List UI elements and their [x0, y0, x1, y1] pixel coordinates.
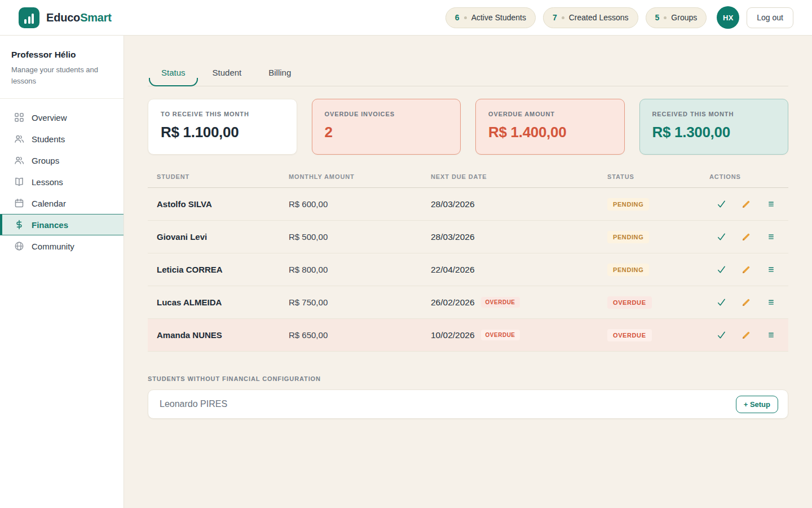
- actions-cell: [700, 326, 788, 345]
- due-overdue-badge: OVERDUE: [481, 297, 520, 308]
- stat-card-label: OVERDUE INVOICES: [325, 111, 448, 117]
- status-badge: PENDING: [607, 231, 649, 243]
- pill-count: 5: [655, 13, 660, 22]
- table-row: Lucas ALMEIDA R$ 750,00 26/02/2026 OVERD…: [148, 286, 788, 319]
- finance-table: STUDENT MONTHLY AMOUNT NEXT DUE DATE STA…: [148, 173, 788, 352]
- check-icon: [717, 297, 726, 307]
- dollar-icon: [14, 220, 24, 230]
- row-menu-button[interactable]: [761, 227, 780, 247]
- due-overdue-badge: OVERDUE: [481, 330, 520, 340]
- sidebar-item-community[interactable]: Community: [0, 235, 123, 257]
- due-date: 28/03/2026: [431, 232, 475, 242]
- menu-icon: [767, 298, 775, 306]
- pill-count: 7: [553, 13, 557, 22]
- check-icon: [717, 330, 726, 340]
- sidebar-item-students[interactable]: Students: [0, 128, 123, 150]
- status-cell: PENDING: [598, 198, 700, 211]
- stat-card: OVERDUE INVOICES 2: [312, 99, 461, 155]
- mark-paid-button[interactable]: [712, 195, 731, 214]
- edit-button[interactable]: [736, 326, 756, 345]
- pill-count: 6: [455, 13, 460, 22]
- status-cell: PENDING: [598, 264, 700, 276]
- stat-card-label: RECEIVED THIS MONTH: [652, 111, 776, 117]
- menu-icon: [767, 265, 775, 274]
- sidebar: Professor Hélio Manage your students and…: [0, 36, 124, 508]
- sidebar-item-groups[interactable]: Groups: [0, 150, 123, 171]
- due-date: 26/02/2026: [431, 297, 475, 308]
- sidebar-item-label: Finances: [32, 220, 68, 230]
- table-row: Amanda NUNES R$ 650,00 10/02/2026 OVERDU…: [148, 319, 788, 352]
- logout-button[interactable]: Log out: [747, 7, 793, 28]
- monthly-amount: R$ 750,00: [280, 297, 422, 307]
- edit-button[interactable]: [736, 195, 756, 214]
- next-due-date-cell: 26/02/2026 OVERDUE: [422, 297, 598, 308]
- col-header-monthly-amount: MONTHLY AMOUNT: [280, 173, 422, 180]
- tab-student[interactable]: Student: [199, 68, 255, 86]
- profile-section: Professor Hélio Manage your students and…: [0, 36, 123, 99]
- next-due-date-cell: 28/03/2026: [422, 199, 598, 209]
- dot-separator-icon: [664, 16, 667, 19]
- stat-card-label: TO RECEIVE THIS MONTH: [161, 111, 284, 117]
- sidebar-item-calendar[interactable]: Calendar: [0, 192, 123, 214]
- status-badge: OVERDUE: [607, 329, 652, 341]
- actions-cell: [700, 293, 788, 312]
- groups-icon: [14, 155, 24, 165]
- stat-card-value: R$ 1.300,00: [652, 124, 776, 141]
- table-header-row: STUDENT MONTHLY AMOUNT NEXT DUE DATE STA…: [148, 173, 788, 188]
- monthly-amount: R$ 600,00: [280, 199, 422, 209]
- pill-label: Created Lessons: [569, 13, 629, 22]
- unconfigured-section-label: STUDENTS WITHOUT FINANCIAL CONFIGURATION: [148, 375, 788, 382]
- sidebar-item-label: Overview: [32, 113, 67, 122]
- stat-card-value: 2: [325, 124, 448, 141]
- sidebar-item-label: Groups: [32, 156, 59, 165]
- profile-subtitle: Manage your students and lessons: [11, 64, 108, 87]
- student-name: Giovani Levi: [148, 232, 280, 242]
- tab-billing[interactable]: Billing: [255, 68, 304, 86]
- col-header-status: STATUS: [598, 173, 700, 180]
- mark-paid-button[interactable]: [712, 260, 731, 279]
- stat-card-label: OVERDUE AMOUNT: [488, 111, 612, 117]
- status-cell: OVERDUE: [598, 296, 700, 309]
- row-menu-button[interactable]: [761, 293, 780, 312]
- mark-paid-button[interactable]: [712, 293, 731, 312]
- stat-card: OVERDUE AMOUNT R$ 1.400,00: [475, 99, 625, 155]
- grid-icon: [14, 112, 24, 122]
- pencil-icon: [742, 233, 751, 242]
- sidebar-item-lessons[interactable]: Lessons: [0, 171, 123, 192]
- calendar-icon: [14, 198, 24, 208]
- sidebar-item-finances[interactable]: Finances: [0, 214, 123, 235]
- setup-button[interactable]: + Setup: [736, 396, 778, 413]
- monthly-amount: R$ 800,00: [280, 265, 422, 274]
- globe-icon: [14, 241, 24, 251]
- table-row: Astolfo SILVA R$ 600,00 28/03/2026 PENDI…: [148, 188, 788, 221]
- avatar[interactable]: HX: [717, 6, 739, 29]
- unconfigured-list: Leonardo PIRES + Setup: [148, 389, 788, 419]
- tab-status[interactable]: Status: [148, 68, 199, 86]
- edit-button[interactable]: [736, 293, 756, 312]
- pencil-icon: [742, 200, 751, 209]
- row-menu-button[interactable]: [761, 195, 780, 214]
- check-icon: [717, 199, 726, 209]
- app-title: EducoSmart: [46, 11, 112, 24]
- next-due-date-cell: 22/04/2026: [422, 265, 598, 275]
- mark-paid-button[interactable]: [712, 227, 731, 247]
- tab-label: Student: [213, 68, 242, 77]
- row-menu-button[interactable]: [761, 260, 780, 279]
- sidebar-item-overview[interactable]: Overview: [0, 107, 123, 128]
- stat-card-value: R$ 1.400,00: [488, 124, 612, 141]
- brand: EducoSmart: [19, 7, 112, 28]
- due-date: 22/04/2026: [431, 265, 475, 275]
- col-header-student: STUDENT: [148, 173, 280, 180]
- header-right: 6 Active Students 7 Created Lessons 5 Gr…: [445, 6, 793, 29]
- row-menu-button[interactable]: [761, 326, 780, 345]
- actions-cell: [700, 227, 788, 247]
- unconfigured-student-row: Leonardo PIRES + Setup: [148, 389, 788, 419]
- edit-button[interactable]: [736, 260, 756, 279]
- check-icon: [717, 265, 726, 274]
- pill-label: Active Students: [471, 13, 526, 22]
- mark-paid-button[interactable]: [712, 326, 731, 345]
- unconfigured-student-name: Leonardo PIRES: [160, 399, 227, 409]
- bar-chart-icon: [19, 7, 39, 28]
- edit-button[interactable]: [736, 227, 756, 247]
- status-cell: OVERDUE: [598, 329, 700, 341]
